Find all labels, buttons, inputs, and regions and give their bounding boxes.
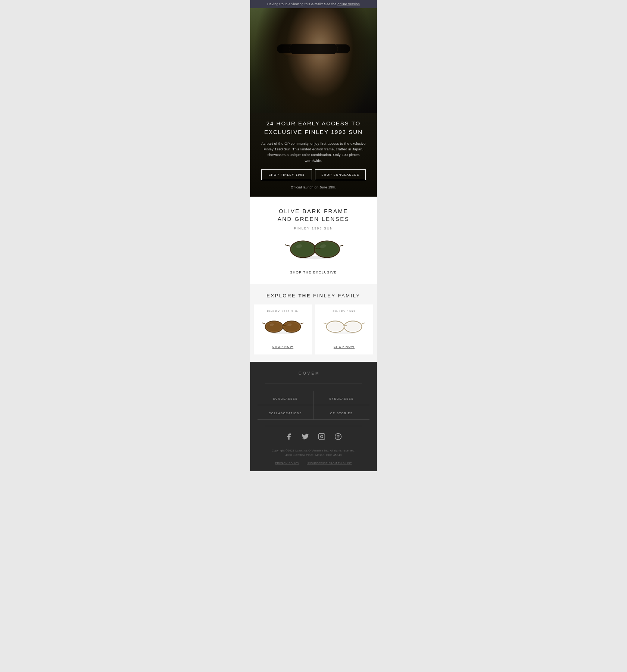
footer-link-cell-eyeglasses: EYEGLASSES	[314, 391, 369, 405]
footer-copyright: Copyright ©2023 Luxottica Of America Inc…	[258, 448, 369, 457]
svg-line-14	[300, 323, 303, 324]
svg-line-23	[362, 323, 365, 324]
facebook-icon[interactable]	[284, 432, 293, 441]
footer-logo: OOVEM	[258, 370, 369, 377]
top-bar: Having trouble viewing this e-mail? See …	[250, 0, 377, 8]
svg-point-3	[316, 242, 339, 256]
footer-link-sunglasses[interactable]: SUNGLASSES	[273, 397, 298, 400]
footer-divider-bottom	[265, 426, 362, 426]
instagram-icon[interactable]	[317, 432, 326, 441]
svg-point-12	[284, 322, 299, 331]
shop-exclusive-link[interactable]: SHOP THE EXCLUSIVE	[290, 271, 337, 274]
email-wrapper: Having trouble viewing this e-mail? See …	[250, 0, 377, 672]
explore-section: EXPLORE THE FINLEY FAMILY FINLEY 1993 SU…	[250, 284, 377, 362]
svg-point-21	[345, 322, 361, 331]
svg-point-10	[266, 322, 282, 331]
hero-section: 24 HOUR EARLY ACCESS TO EXCLUSIVE FINLEY…	[250, 8, 377, 197]
svg-point-8	[297, 256, 333, 259]
hero-description: As part of the OP community, enjoy first…	[261, 141, 366, 163]
shop-finley-button[interactable]: SHOP FINLEY 1993	[261, 169, 312, 180]
products-grid: FINLEY 1993 SUN	[254, 304, 373, 354]
feature-title: OLIVE BARK FRAME AND GREEN LENSES	[258, 207, 369, 223]
footer-link-cell-sunglasses: SUNGLASSES	[258, 391, 314, 405]
product-2-image	[319, 317, 369, 337]
hero-launch-text: Official launch on June 15th.	[261, 185, 366, 189]
footer-link-op-stories[interactable]: OP STORIES	[330, 412, 353, 415]
footer-links-grid: SUNGLASSES EYEGLASSES COLLABORATIONS OP …	[258, 391, 369, 420]
svg-point-19	[328, 322, 343, 331]
product-1-image	[258, 317, 308, 337]
svg-point-1	[292, 242, 315, 256]
hero-headline: 24 HOUR EARLY ACCESS TO EXCLUSIVE FINLEY…	[261, 119, 366, 136]
svg-rect-26	[319, 433, 325, 440]
privacy-policy-link[interactable]: PRIVACY POLICY	[275, 462, 299, 465]
online-version-link[interactable]: online version	[337, 2, 360, 6]
feature-section: OLIVE BARK FRAME AND GREEN LENSES FINLEY…	[250, 197, 377, 284]
hero-buttons: SHOP FINLEY 1993 SHOP SUNGLASSES	[261, 169, 366, 180]
svg-text:OOVEM: OOVEM	[299, 371, 320, 375]
svg-line-13	[262, 323, 265, 324]
hero-image	[250, 8, 377, 113]
product-2-label: FINLEY 1993	[319, 310, 369, 313]
unsubscribe-link[interactable]: UNSUBSCRIBE FROM THIS LIST	[307, 462, 352, 465]
trouble-text: Having trouble viewing this e-mail? See …	[267, 2, 337, 6]
footer-link-cell-op-stories: OP STORIES	[314, 405, 369, 420]
feature-glasses-image	[284, 236, 343, 262]
hero-content: 24 HOUR EARLY ACCESS TO EXCLUSIVE FINLEY…	[250, 113, 377, 197]
social-icons	[258, 432, 369, 441]
footer-link-eyeglasses[interactable]: EYEGLASSES	[329, 397, 353, 400]
product-card-finley-1993-sun: FINLEY 1993 SUN	[254, 304, 312, 354]
svg-line-5	[340, 245, 343, 246]
svg-line-22	[324, 323, 327, 324]
shop-sunglasses-button[interactable]: SHOP SUNGLASSES	[315, 169, 366, 180]
twitter-icon[interactable]	[301, 432, 310, 441]
product-1-label: FINLEY 1993 SUN	[258, 310, 308, 313]
svg-line-4	[285, 245, 290, 246]
explore-title: EXPLORE THE FINLEY FAMILY	[254, 293, 373, 299]
spotify-icon[interactable]	[334, 432, 343, 441]
footer-legal-links: PRIVACY POLICY UNSUBSCRIBE FROM THIS LIS…	[258, 462, 369, 465]
footer-link-cell-collaborations: COLLABORATIONS	[258, 405, 314, 420]
footer-section: OOVEM SUNGLASSES EYEGLASSES COLLABORATIO…	[250, 362, 377, 471]
footer-link-collaborations[interactable]: COLLABORATIONS	[269, 412, 302, 415]
product-2-shop-link[interactable]: SHOP NOW	[334, 345, 355, 348]
product-card-finley-1993: FINLEY 1993 SHOP NOW	[315, 304, 373, 354]
svg-point-17	[271, 332, 295, 334]
feature-subtitle: FINLEY 1993 SUN	[258, 226, 369, 230]
svg-point-27	[321, 435, 323, 438]
explore-title-highlight: THE	[298, 293, 311, 299]
footer-divider-top	[265, 384, 362, 384]
svg-point-24	[332, 332, 356, 334]
product-1-shop-link[interactable]: SHOP NOW	[272, 345, 293, 348]
